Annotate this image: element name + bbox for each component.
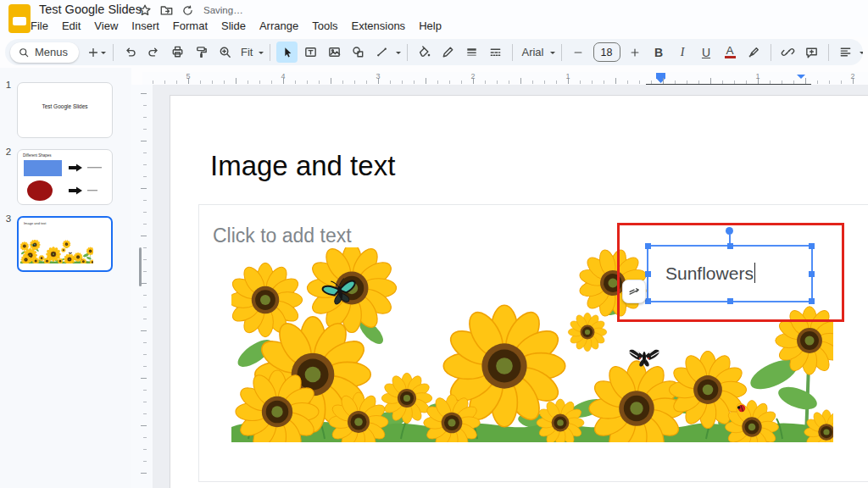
menu-arrange[interactable]: Arrange [253, 18, 305, 34]
undo-button[interactable] [120, 42, 141, 63]
saving-status: Saving… [203, 5, 243, 15]
underline-button[interactable]: U [696, 42, 717, 63]
slide-number-3: 3 [3, 214, 14, 224]
shape-icon [351, 45, 365, 59]
line-tool-button[interactable] [371, 42, 392, 63]
slide-thumbnail-1[interactable]: Test Google Slides [17, 82, 113, 138]
canvas-workspace[interactable]: Image and text Click to add text Sunflow… [153, 85, 868, 488]
border-color-button[interactable] [437, 42, 459, 63]
zoom-button[interactable] [214, 42, 236, 63]
resize-handle-w[interactable] [645, 271, 651, 277]
image-icon [327, 45, 342, 59]
insert-image-button[interactable] [324, 42, 345, 63]
toolbar-separator [512, 44, 513, 61]
menu-edit[interactable]: Edit [55, 18, 87, 34]
select-tool-button[interactable] [276, 42, 298, 63]
align-chevron-icon[interactable] [860, 52, 864, 57]
font-family-select[interactable]: Arial [519, 46, 546, 58]
align-left-icon [838, 45, 853, 59]
menu-format[interactable]: Format [166, 18, 214, 34]
resize-handle-sw[interactable] [645, 298, 651, 304]
vertical-ruler[interactable] [131, 85, 153, 488]
highlight-color-button[interactable] [743, 42, 765, 63]
menus-search-button[interactable]: Menus [10, 42, 79, 63]
slide-title-text[interactable]: Image and text [210, 150, 395, 182]
menu-help[interactable]: Help [412, 18, 448, 34]
resize-handle-se[interactable] [809, 298, 815, 304]
border-dash-button[interactable] [485, 42, 506, 63]
pencil-icon [441, 45, 455, 59]
toolbar-separator [561, 44, 562, 61]
paint-roller-icon [194, 45, 209, 59]
link-icon [781, 45, 795, 59]
slide-thumbnail-3-selected[interactable]: Image and text [17, 216, 113, 272]
autofit-indicator-button[interactable] [622, 280, 646, 303]
decrease-font-size-button[interactable] [568, 42, 589, 63]
border-weight-button[interactable] [461, 42, 482, 63]
body-placeholder-text[interactable]: Click to add text [213, 225, 352, 247]
menu-insert[interactable]: Insert [125, 18, 166, 34]
document-title[interactable]: Test Google Slides [39, 3, 142, 16]
zoom-chevron-icon[interactable] [259, 52, 264, 57]
italic-button[interactable]: I [672, 42, 693, 63]
resize-handle-ne[interactable] [809, 243, 815, 249]
resize-handle-e[interactable] [809, 271, 815, 277]
zoom-fit-label[interactable]: Fit [238, 46, 255, 58]
print-icon [170, 45, 185, 59]
ruler-right-indent-marker[interactable] [797, 75, 805, 83]
new-slide-button[interactable] [86, 42, 107, 63]
text-cursor [754, 263, 756, 283]
resize-handle-nw[interactable] [645, 243, 651, 249]
slide-editor[interactable]: Image and text Click to add text Sunflow… [170, 95, 868, 488]
text-color-swatch [725, 56, 736, 58]
paint-format-button[interactable] [191, 42, 212, 63]
shape-tool-button[interactable] [348, 42, 369, 63]
line-chevron-icon[interactable] [396, 52, 401, 57]
minus-icon [572, 47, 584, 58]
chevron-down-icon [101, 52, 106, 57]
selected-textbox[interactable]: Sunflowers [647, 245, 813, 302]
font-chevron-icon[interactable] [550, 52, 555, 57]
line-icon [375, 45, 389, 59]
ruler-indent-marker[interactable] [656, 73, 665, 83]
redo-button[interactable] [143, 42, 164, 63]
insert-link-button[interactable] [777, 42, 798, 63]
toolbar-separator [270, 44, 270, 61]
increase-font-size-button[interactable] [625, 42, 646, 63]
thumbnail-image-preview [20, 240, 93, 263]
horizontal-ruler[interactable]: 5432112 [142, 72, 868, 86]
menu-file[interactable]: File [24, 18, 55, 34]
text-color-button[interactable]: A [720, 42, 741, 63]
rotation-handle[interactable] [726, 227, 733, 235]
menu-extensions[interactable]: Extensions [345, 18, 413, 34]
menu-bar: File Edit View Insert Format Slide Arran… [24, 18, 448, 34]
menu-view[interactable]: View [87, 18, 125, 34]
print-button[interactable] [167, 42, 188, 63]
bold-button[interactable]: B [648, 42, 670, 63]
textbox-text[interactable]: Sunflowers [665, 263, 755, 284]
thumbnail-title-text: Image and text [24, 221, 46, 225]
resize-handle-n[interactable] [727, 243, 733, 249]
border-weight-icon [465, 45, 479, 59]
fill-color-button[interactable] [414, 42, 435, 63]
plus-icon [629, 47, 641, 58]
font-size-field[interactable]: 18 [593, 42, 620, 62]
autofit-icon [627, 285, 641, 298]
app-header: Test Google Slides Saving… File Edit Vie… [0, 0, 868, 37]
add-comment-button[interactable] [801, 42, 822, 63]
filmstrip-panel: 1 Test Google Slides 2 Different Shapes … [0, 68, 131, 488]
slide-thumbnail-2[interactable]: Different Shapes [17, 149, 113, 205]
move-folder-icon[interactable] [159, 3, 174, 17]
border-dash-icon [488, 45, 503, 59]
highlighter-icon [747, 45, 761, 59]
redo-icon [147, 45, 161, 59]
comment-icon [804, 45, 819, 59]
resize-handle-s[interactable] [727, 298, 733, 304]
align-button[interactable] [835, 42, 856, 63]
star-icon[interactable] [138, 3, 152, 17]
menu-slide[interactable]: Slide [214, 18, 253, 34]
slide-number-2: 2 [3, 147, 14, 157]
menu-tools[interactable]: Tools [305, 18, 344, 34]
textbox-tool-button[interactable] [300, 42, 321, 63]
filmstrip-scrollbar[interactable] [139, 247, 142, 286]
